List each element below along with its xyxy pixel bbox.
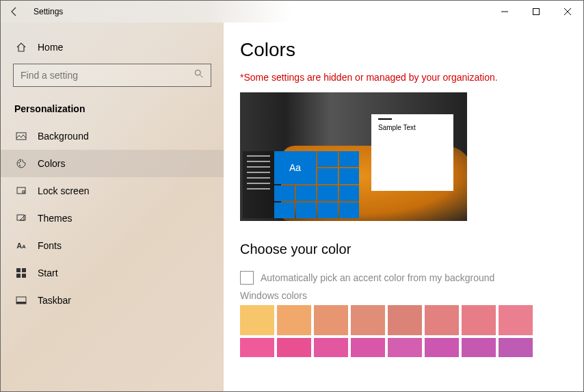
sidebar-item-label: Taskbar — [38, 295, 71, 306]
choose-color-heading: Choose your color — [240, 241, 563, 257]
color-swatch[interactable] — [499, 305, 533, 335]
color-swatch[interactable] — [499, 338, 533, 357]
color-swatch[interactable] — [351, 338, 385, 357]
sidebar-item-colors[interactable]: Colors — [1, 150, 224, 177]
sidebar-item-label: Lock screen — [38, 185, 89, 196]
color-swatch[interactable] — [462, 338, 496, 357]
minimize-button[interactable] — [489, 1, 520, 23]
color-swatch[interactable] — [314, 305, 348, 335]
sidebar-item-label: Background — [38, 131, 89, 142]
svg-rect-14 — [22, 268, 26, 272]
sidebar-item-label: Start — [38, 267, 58, 278]
sidebar-item-label: Colors — [38, 158, 65, 169]
svg-rect-13 — [16, 268, 21, 272]
page-title: Colors — [240, 39, 563, 61]
home-button[interactable]: Home — [1, 35, 224, 60]
preview-thumbnail: Aa Sample Text — [240, 92, 467, 221]
svg-line-5 — [200, 75, 203, 78]
color-swatch[interactable] — [314, 338, 348, 357]
svg-point-9 — [19, 165, 21, 166]
search-input[interactable] — [13, 64, 211, 87]
sidebar-item-label: Fonts — [38, 240, 62, 251]
section-title: Personalization — [1, 94, 224, 122]
windows-colors-label: Windows colors — [240, 290, 563, 301]
sidebar-item-start[interactable]: Start — [1, 259, 224, 287]
color-swatch[interactable] — [277, 338, 311, 357]
svg-point-8 — [20, 161, 21, 162]
palette-icon — [14, 158, 28, 169]
preview-tile-label: Aa — [274, 151, 316, 184]
svg-point-4 — [195, 70, 200, 75]
fonts-icon: AA — [14, 241, 28, 250]
color-swatch[interactable] — [240, 338, 274, 357]
content-area: Colors *Some settings are hidden or mana… — [224, 23, 583, 391]
svg-point-7 — [18, 162, 20, 164]
sidebar: Home Personalization Background Colors L… — [1, 23, 224, 391]
home-label: Home — [38, 42, 63, 53]
back-button[interactable] — [1, 6, 28, 17]
sidebar-item-background[interactable]: Background — [1, 122, 224, 150]
color-swatch[interactable] — [425, 338, 459, 357]
lock-screen-icon — [14, 185, 28, 196]
color-swatch[interactable] — [351, 305, 385, 335]
auto-accent-checkbox[interactable] — [240, 271, 254, 285]
search-field[interactable] — [21, 70, 194, 81]
auto-accent-label: Automatically pick an accent color from … — [261, 272, 494, 283]
preview-sample-window: Sample Text — [371, 114, 453, 191]
close-button[interactable] — [552, 1, 583, 23]
sidebar-item-lock-screen[interactable]: Lock screen — [1, 177, 224, 205]
search-icon — [194, 69, 204, 81]
svg-rect-18 — [16, 302, 26, 304]
color-swatches-row2 — [240, 338, 563, 357]
picture-icon — [14, 131, 28, 142]
sidebar-item-label: Themes — [38, 213, 72, 224]
preview-sample-text: Sample Text — [378, 124, 447, 131]
sidebar-item-themes[interactable]: Themes — [1, 205, 224, 232]
maximize-button[interactable] — [520, 1, 552, 23]
color-swatch[interactable] — [425, 305, 459, 335]
policy-message: *Some settings are hidden or managed by … — [240, 72, 563, 83]
start-icon — [14, 268, 28, 278]
sidebar-item-fonts[interactable]: AA Fonts — [1, 232, 224, 259]
color-swatch[interactable] — [388, 338, 422, 357]
svg-rect-16 — [22, 274, 26, 278]
color-swatch[interactable] — [277, 305, 311, 335]
svg-rect-11 — [23, 191, 25, 193]
home-icon — [14, 42, 28, 53]
svg-rect-1 — [533, 9, 540, 15]
color-swatch[interactable] — [388, 305, 422, 335]
color-swatch[interactable] — [462, 305, 496, 335]
taskbar-icon — [14, 295, 28, 306]
titlebar: Settings — [1, 1, 583, 23]
svg-rect-15 — [16, 274, 21, 278]
sidebar-item-taskbar[interactable]: Taskbar — [1, 287, 224, 314]
window-title: Settings — [34, 7, 63, 16]
color-swatches-row1 — [240, 305, 563, 335]
color-swatch[interactable] — [240, 305, 274, 335]
themes-icon — [14, 213, 28, 224]
